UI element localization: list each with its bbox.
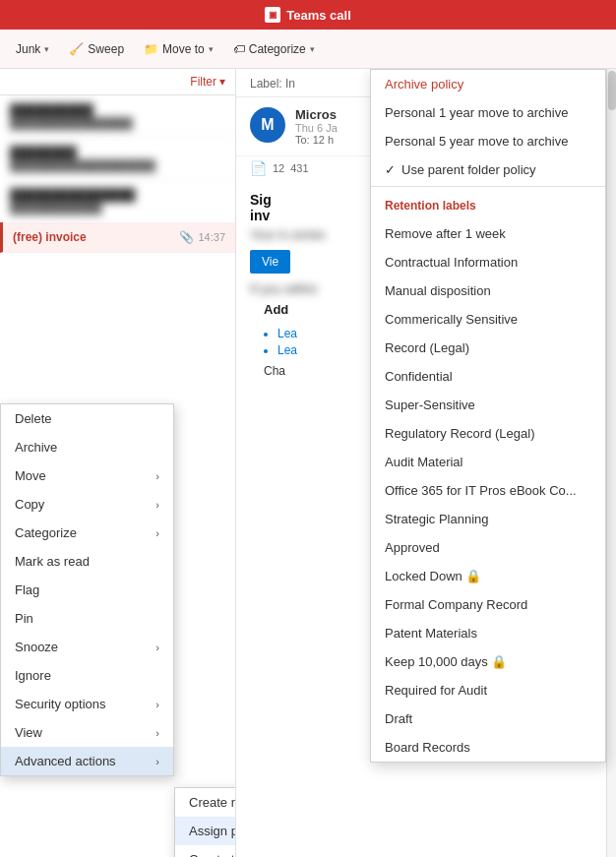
- context-item-ignore[interactable]: Ignore: [1, 661, 173, 690]
- dropdown-locked-down[interactable]: Locked Down 🔒: [371, 562, 605, 590]
- view-button[interactable]: Vie: [250, 250, 290, 274]
- dropdown-strategic[interactable]: Strategic Planning: [371, 505, 605, 533]
- dropdown-draft[interactable]: Draft: [371, 704, 605, 733]
- dropdown-board-records[interactable]: Board Records: [371, 733, 605, 762]
- audit-material-label: Audit Material: [385, 455, 462, 469]
- move-label: Move to: [162, 42, 205, 56]
- label-text: Label: In: [250, 77, 295, 91]
- dropdown-record-legal[interactable]: Record (Legal): [371, 334, 605, 362]
- dropdown-office365[interactable]: Office 365 for IT Pros eBook Co...: [371, 476, 605, 505]
- teams-call-badge[interactable]: ▣ Teams call: [249, 7, 367, 23]
- check-mark-icon: ✓: [385, 162, 396, 177]
- dropdown-personal-1yr[interactable]: Personal 1 year move to archive: [371, 98, 605, 127]
- archive-label: Archive: [15, 440, 57, 455]
- move-to-button[interactable]: 📁 Move to ▾: [136, 38, 221, 60]
- dropdown-formal-company[interactable]: Formal Company Record: [371, 590, 605, 619]
- confidential-label: Confidential: [385, 369, 453, 384]
- dropdown-contractual[interactable]: Contractual Information: [371, 248, 605, 276]
- submenu-create-rule[interactable]: Create rule: [175, 788, 236, 817]
- dropdown-keep-10000[interactable]: Keep 10,000 days 🔒: [371, 647, 605, 676]
- submenu-assign-policy[interactable]: Assign policy ›: [175, 817, 236, 845]
- move-label: Move: [15, 468, 46, 483]
- context-item-security[interactable]: Security options ›: [1, 690, 173, 718]
- context-item-advanced[interactable]: Advanced actions ›: [1, 747, 173, 775]
- move-chevron: ▾: [209, 44, 214, 54]
- context-item-categorize[interactable]: Categorize ›: [1, 519, 173, 547]
- junk-chevron: ▾: [44, 44, 49, 54]
- snooze-label: Snooze: [15, 640, 58, 654]
- junk-button[interactable]: Junk ▾: [8, 38, 57, 60]
- email-sender: ███████████████: [10, 188, 225, 202]
- context-item-flag[interactable]: Flag: [1, 576, 173, 604]
- email-sender: ██████████: [10, 103, 225, 117]
- dropdown-confidential[interactable]: Confidential: [371, 362, 605, 391]
- create-rule-label: Create rule: [189, 795, 236, 810]
- dropdown-remove-1wk[interactable]: Remove after 1 week: [371, 219, 605, 248]
- formal-company-label: Formal Company Record: [385, 597, 527, 612]
- patent-label: Patent Materials: [385, 626, 477, 641]
- list-item[interactable]: ███████████████ ████████████: [0, 180, 235, 222]
- context-item-archive[interactable]: Archive: [1, 433, 173, 461]
- dropdown-manual[interactable]: Manual disposition: [371, 276, 605, 305]
- context-item-view[interactable]: View ›: [1, 718, 173, 747]
- create-task-label: Create task: [189, 852, 236, 857]
- dropdown-use-parent[interactable]: ✓ Use parent folder policy: [371, 155, 605, 184]
- context-item-copy[interactable]: Copy ›: [1, 490, 173, 519]
- view-label: View: [15, 725, 42, 740]
- categorize-arrow-icon: ›: [155, 527, 159, 539]
- mark-read-label: Mark as read: [15, 554, 90, 569]
- use-parent-label: Use parent folder policy: [401, 162, 536, 177]
- commercially-label: Commerically Sensitive: [385, 312, 518, 327]
- personal-1yr-label: Personal 1 year move to archive: [385, 105, 568, 120]
- attach-icon: 📄: [250, 160, 267, 176]
- copy-label: Copy: [15, 497, 44, 512]
- sweep-label: Sweep: [88, 42, 124, 56]
- scrollbar[interactable]: [606, 69, 616, 857]
- super-sensitive-label: Super-Sensitive: [385, 398, 475, 412]
- context-item-pin[interactable]: Pin: [1, 604, 173, 633]
- email-subject: ███████████████████: [10, 159, 225, 171]
- advanced-arrow-icon: ›: [155, 756, 159, 767]
- sweep-button[interactable]: 🧹 Sweep: [61, 38, 132, 60]
- dropdown-commercially[interactable]: Commerically Sensitive: [371, 305, 605, 334]
- dropdown-regulatory[interactable]: Regulatory Record (Legal): [371, 419, 605, 448]
- email-detail: Label: In M Micros Thu 6 Ja To: 12 h 📄 1…: [236, 69, 616, 857]
- categorize-icon: 🏷: [233, 42, 245, 56]
- dropdown-super-sensitive[interactable]: Super-Sensitive: [371, 391, 605, 419]
- dropdown-required-audit[interactable]: Required for Audit: [371, 676, 605, 704]
- required-audit-label: Required for Audit: [385, 683, 487, 698]
- highlighted-email-item[interactable]: (free) invoice 📎 14:37: [0, 222, 235, 253]
- filter-chevron: ▾: [219, 75, 225, 89]
- context-item-mark-read[interactable]: Mark as read: [1, 547, 173, 576]
- dropdown-archive-policy[interactable]: Archive policy: [371, 70, 605, 98]
- context-menu: Delete Archive Move › Copy › Categorize …: [0, 403, 174, 776]
- dropdown-divider: [371, 186, 605, 187]
- list-item[interactable]: ████████ ███████████████████: [0, 138, 235, 180]
- retention-labels-section: Retention labels: [371, 189, 605, 219]
- filter-button[interactable]: Filter ▾: [190, 75, 225, 89]
- context-item-delete[interactable]: Delete: [1, 404, 173, 433]
- teams-icon: ▣: [265, 7, 280, 23]
- context-item-move[interactable]: Move ›: [1, 461, 173, 490]
- top-bar: ▣ Teams call: [0, 0, 616, 30]
- list-item[interactable]: ██████████ ████████████████: [0, 95, 235, 138]
- submenu-create-task[interactable]: Create task: [175, 845, 236, 857]
- assign-policy-label: Assign policy: [189, 824, 236, 838]
- dropdown-approved[interactable]: Approved: [371, 533, 605, 562]
- dropdown-patent[interactable]: Patent Materials: [371, 619, 605, 647]
- categorize-button[interactable]: 🏷 Categorize ▾: [225, 38, 323, 60]
- sweep-icon: 🧹: [69, 42, 84, 56]
- record-legal-label: Record (Legal): [385, 340, 469, 355]
- board-records-label: Board Records: [385, 740, 470, 755]
- context-item-snooze[interactable]: Snooze ›: [1, 633, 173, 661]
- avatar-initial: M: [261, 116, 274, 134]
- dropdown-personal-5yr[interactable]: Personal 5 year move to archive: [371, 127, 605, 155]
- email-subject: ████████████████: [10, 117, 225, 129]
- flag-label: Flag: [15, 582, 39, 597]
- snooze-arrow-icon: ›: [155, 642, 159, 653]
- remove-1wk-label: Remove after 1 week: [385, 226, 506, 241]
- dropdown-audit-material[interactable]: Audit Material: [371, 448, 605, 476]
- view-btn-label: Vie: [262, 255, 278, 269]
- filter-bar: Filter ▾: [0, 69, 235, 95]
- personal-5yr-label: Personal 5 year move to archive: [385, 134, 568, 149]
